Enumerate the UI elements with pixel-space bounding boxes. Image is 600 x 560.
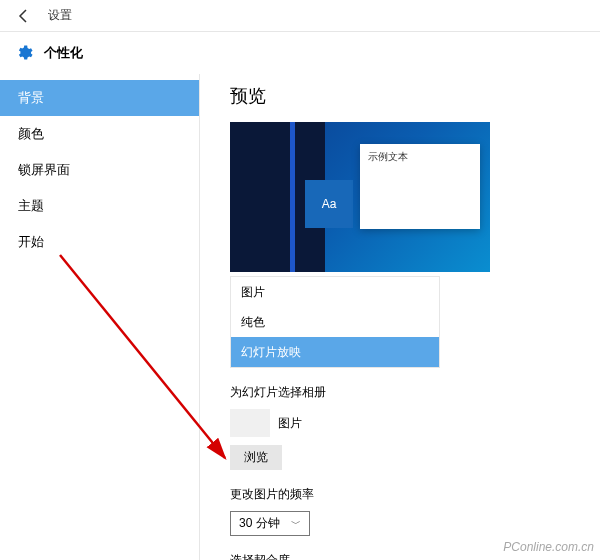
section-header: 个性化 xyxy=(0,32,600,74)
sidebar: 背景 颜色 锁屏界面 主题 开始 xyxy=(0,74,200,560)
section-title: 个性化 xyxy=(44,44,83,62)
sidebar-item-themes[interactable]: 主题 xyxy=(0,188,199,224)
preview-sample-window: 示例文本 xyxy=(360,144,480,229)
chevron-down-icon: ﹀ xyxy=(291,517,301,531)
sidebar-item-colors[interactable]: 颜色 xyxy=(0,116,199,152)
preview-thumbnail: Aa 示例文本 xyxy=(230,122,490,272)
sidebar-item-background[interactable]: 背景 xyxy=(0,80,199,116)
sidebar-item-lockscreen[interactable]: 锁屏界面 xyxy=(0,152,199,188)
bg-option-slideshow[interactable]: 幻灯片放映 xyxy=(231,337,439,367)
frequency-value: 30 分钟 xyxy=(239,515,280,532)
bg-option-solid[interactable]: 纯色 xyxy=(231,307,439,337)
content-pane: 预览 Aa 示例文本 图片 纯色 幻灯片放映 为幻灯片选择相册 图片 浏览 更改… xyxy=(200,74,600,560)
album-thumbnail[interactable] xyxy=(230,409,270,437)
preview-tile: Aa xyxy=(305,180,353,228)
album-thumb-label: 图片 xyxy=(278,415,302,432)
gear-icon xyxy=(14,43,34,63)
preview-heading: 预览 xyxy=(230,84,582,108)
frequency-dropdown[interactable]: 30 分钟 ﹀ xyxy=(230,511,310,536)
back-button[interactable] xyxy=(4,0,44,32)
window-title: 设置 xyxy=(48,7,72,24)
fit-label: 选择契合度 xyxy=(230,552,582,560)
album-label: 为幻灯片选择相册 xyxy=(230,384,582,401)
frequency-label: 更改图片的频率 xyxy=(230,486,582,503)
bg-option-picture[interactable]: 图片 xyxy=(231,277,439,307)
browse-button[interactable]: 浏览 xyxy=(230,445,282,470)
background-type-list: 图片 纯色 幻灯片放映 xyxy=(230,276,440,368)
sidebar-item-start[interactable]: 开始 xyxy=(0,224,199,260)
